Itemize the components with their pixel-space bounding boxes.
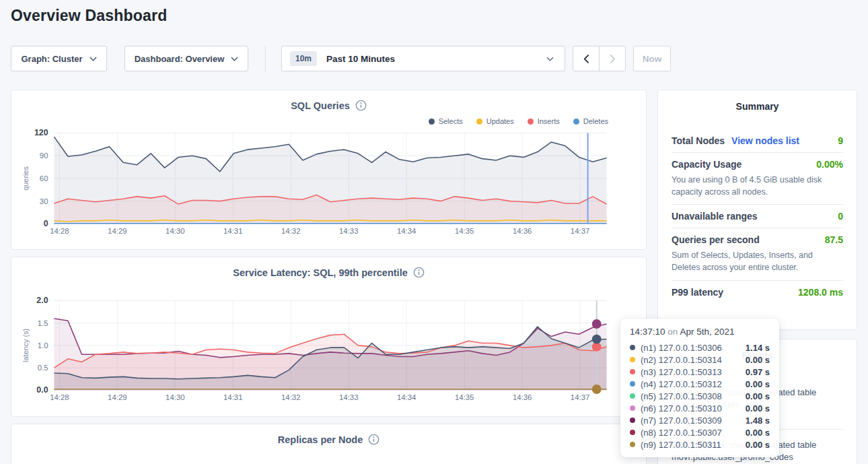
arrow-left-icon [583, 54, 589, 64]
page-title: Overview Dashboard [11, 7, 167, 25]
tooltip-row: (n4) 127.0.0.1:503120.00 s [630, 378, 770, 390]
time-prev-button[interactable] [573, 46, 600, 71]
graph-dropdown-label: Graph: Cluster [21, 54, 82, 64]
replicas-per-node-title: Replicas per Node [11, 434, 646, 445]
replicas-per-node-card: Replicas per Node [11, 424, 647, 464]
summary-row: Queries per second87.5Sum of Selects, Up… [672, 228, 843, 279]
series-dot [630, 345, 635, 350]
summary-label: Unavailable ranges [672, 211, 758, 222]
y-tick-label: 1.0 [38, 341, 48, 350]
x-tick-label: 14:33 [339, 393, 359, 401]
y-axis-label: latency (s) [22, 329, 30, 362]
series-dot [630, 418, 635, 423]
tooltip-value: 0.00 s [746, 379, 770, 389]
time-range-selector[interactable]: 10m Past 10 Minutes [281, 46, 565, 71]
x-tick-label: 14:32 [281, 227, 301, 235]
y-axis-label: queries [22, 166, 30, 190]
summary-row-top: Queries per second87.5 [672, 234, 843, 245]
tooltip-value: 0.00 s [746, 440, 770, 450]
x-tick-label: 14:36 [513, 227, 532, 235]
x-tick-label: 14:30 [166, 227, 185, 235]
tooltip-node-address: (n5) 127.0.0.1:50308 [641, 391, 722, 401]
chart-hover-tooltip: 14:37:10 on Apr 5th, 2021 (n1) 127.0.0.1… [620, 319, 779, 457]
tooltip-value: 0.00 s [746, 391, 770, 401]
tooltip-row: (n1) 127.0.0.1:503061.14 s [630, 341, 770, 354]
x-tick-label: 14:28 [50, 227, 69, 235]
service-latency-card: Service Latency: SQL, 99th percentile 0.… [11, 257, 647, 417]
x-tick-label: 14:37 [571, 393, 590, 401]
x-tick-label: 14:32 [281, 393, 301, 401]
y-tick-label: 30 [40, 197, 48, 205]
summary-label: Queries per second [672, 234, 760, 245]
series-dot [630, 393, 635, 399]
series-dot [630, 405, 635, 411]
tooltip-rows: (n1) 127.0.0.1:503061.14 s(n2) 127.0.0.1… [630, 341, 770, 451]
y-tick-label: 90 [40, 152, 48, 160]
x-tick-label: 14:35 [455, 393, 474, 401]
summary-row-top: Capacity Usage0.00% [672, 159, 843, 170]
x-tick-label: 14:34 [397, 393, 417, 401]
x-tick-label: 14:35 [455, 227, 474, 235]
x-tick-label: 14:31 [223, 393, 243, 401]
view-nodes-link[interactable]: View nodes list [731, 135, 799, 146]
tooltip-row: (n3) 127.0.0.1:503130.97 s [630, 366, 770, 378]
tooltip-node-address: (n9) 127.0.0.1:50311 [641, 440, 721, 450]
tooltip-timestamp: 14:37:10 on Apr 5th, 2021 [630, 327, 770, 337]
service-latency-chart[interactable]: 0.00.51.01.52.014:2814:2914:3014:3114:32… [11, 257, 646, 416]
tooltip-node-address: (n7) 127.0.0.1:50309 [641, 416, 722, 426]
tooltip-node-address: (n6) 127.0.0.1:50310 [641, 403, 722, 413]
tooltip-value: 0.00 s [746, 428, 770, 438]
summary-row-top: Unavailable ranges0 [672, 211, 843, 222]
summary-value: 0.00% [816, 159, 843, 170]
tooltip-value: 0.97 s [746, 367, 770, 377]
toolbar-divider [265, 46, 266, 71]
x-tick-label: 14:28 [50, 393, 69, 401]
graph-dropdown[interactable]: Graph: Cluster [11, 46, 107, 71]
x-tick-label: 14:29 [108, 393, 127, 401]
tooltip-time: 14:37:10 [630, 327, 665, 337]
now-button[interactable]: Now [633, 46, 671, 71]
tooltip-value: 0.00 s [746, 355, 770, 365]
tooltip-node-address: (n1) 127.0.0.1:50306 [641, 343, 722, 353]
y-tick-label: 0.5 [38, 364, 48, 372]
y-tick-label: 120 [34, 128, 48, 137]
tooltip-connector: on [667, 327, 678, 337]
arrow-right-icon [610, 54, 616, 64]
time-range-badge: 10m [290, 51, 317, 66]
time-next-button[interactable] [599, 46, 626, 71]
tooltip-row: (n7) 127.0.0.1:503091.48 s [630, 414, 770, 426]
tooltip-row: (n2) 127.0.0.1:503140.00 s [630, 354, 770, 366]
tooltip-node-address: (n4) 127.0.0.1:50312 [641, 379, 722, 389]
summary-label: Capacity Usage [672, 159, 742, 170]
tooltip-value: 1.14 s [746, 343, 770, 353]
summary-label: Total Nodes [672, 135, 725, 146]
summary-row: Capacity Usage0.00%You are using 0 B of … [672, 153, 843, 204]
y-tick-label: 1.5 [38, 319, 48, 327]
hover-dot [592, 335, 602, 344]
summary-row: Total NodesView nodes list9 [672, 129, 843, 152]
sql-queries-card: SQL Queries SelectsUpdatesInsertsDeletes… [11, 90, 647, 250]
chevron-down-icon [546, 57, 554, 61]
info-icon[interactable] [368, 434, 379, 445]
tooltip-value: 1.48 s [746, 416, 770, 426]
summary-row-top: Total NodesView nodes list9 [672, 135, 843, 146]
summary-label: P99 latency [672, 287, 723, 298]
y-tick-label: 0.0 [36, 385, 48, 395]
hover-dot [592, 319, 602, 329]
tooltip-row: (n5) 127.0.0.1:503080.00 s [630, 390, 770, 402]
chevron-down-icon [89, 57, 97, 61]
time-nav-buttons [573, 46, 626, 71]
tooltip-row: (n9) 127.0.0.1:503110.00 s [630, 438, 770, 451]
summary-panel: Summary Total NodesView nodes list9Capac… [657, 90, 857, 330]
chart-title-text: Replicas per Node [278, 434, 363, 445]
tooltip-value: 0.00 s [746, 403, 770, 413]
summary-value: 87.5 [825, 234, 843, 245]
sql-queries-chart[interactable]: 030609012014:2814:2914:3014:3114:3214:33… [11, 90, 646, 249]
chevron-down-icon [231, 57, 238, 61]
time-range-label: Past 10 Minutes [326, 54, 395, 64]
x-tick-label: 14:30 [166, 393, 185, 401]
dashboard-dropdown[interactable]: Dashboard: Overview [124, 46, 248, 71]
x-tick-label: 14:31 [223, 227, 243, 235]
tooltip-row: (n8) 127.0.0.1:503070.00 s [630, 426, 770, 438]
y-tick-label: 0 [44, 219, 48, 228]
